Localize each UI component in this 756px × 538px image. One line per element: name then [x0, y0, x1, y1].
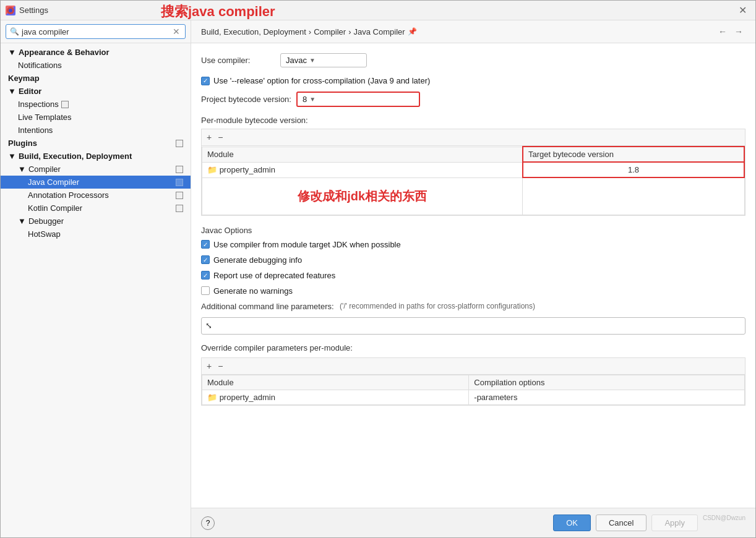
clear-search-button[interactable]: ✕: [171, 27, 181, 36]
close-button[interactable]: ✕: [735, 3, 750, 17]
override-remove-button[interactable]: −: [215, 360, 225, 372]
sidebar-item-build[interactable]: ▼ Build, Execution, Deployment: [1, 150, 191, 163]
sidebar-item-label: Plugins: [8, 139, 37, 148]
module-col-header: Module: [202, 147, 523, 162]
cross-compile-checkbox[interactable]: [201, 77, 210, 85]
sidebar-item-label: Kotlin Compiler: [28, 203, 82, 213]
use-compiler-select[interactable]: Javac ▼: [280, 53, 367, 67]
per-module-table: Module Target bytecode version 📁 propert…: [202, 146, 745, 215]
javac-checkbox-2[interactable]: [201, 271, 210, 280]
sidebar-item-label: Build, Execution, Deployment: [19, 152, 132, 161]
per-module-remove-button[interactable]: −: [215, 131, 225, 143]
override-module-header: Module: [202, 375, 469, 390]
additional-params-row: Additional command line parameters: ('/'…: [201, 302, 745, 311]
panel-header: Build, Execution, Deployment › Compiler …: [191, 20, 755, 43]
javac-checkbox-3[interactable]: [201, 286, 210, 295]
sidebar-item-inspections[interactable]: Inspections: [1, 98, 191, 111]
sidebar-item-keymap[interactable]: Keymap: [1, 72, 191, 85]
target-version-cell: 1.8: [523, 162, 744, 177]
expand-icon: ⤡: [205, 321, 212, 330]
folder-icon: 📁: [207, 165, 220, 174]
sidebar-item-plugins[interactable]: Plugins: [1, 137, 191, 150]
settings-icon: [176, 205, 183, 212]
sidebar-item-label: Live Templates: [18, 113, 71, 122]
javac-option-0: Use compiler from module target JDK when…: [201, 240, 745, 249]
use-compiler-row: Use compiler: Javac ▼: [201, 53, 745, 67]
search-icon: 🔍: [10, 27, 19, 36]
cross-compile-row: Use '--release' option for cross-compila…: [201, 76, 745, 85]
override-options-header: Compilation options: [469, 375, 745, 390]
override-label: Override compiler parameters per-module:: [201, 343, 353, 352]
override-table: Module Compilation options 📁 property_ad…: [202, 375, 745, 405]
sidebar-item-kotlin-compiler[interactable]: Kotlin Compiler: [1, 202, 191, 215]
empty-row: 修改成和jdk相关的东西: [202, 177, 745, 215]
sidebar-item-intentions[interactable]: Intentions: [1, 124, 191, 137]
javac-option-label-1: Generate debugging info: [213, 255, 302, 265]
table-row: 📁 property_admin -parameters: [202, 390, 745, 404]
bytecode-version-select[interactable]: 8 ▼: [296, 92, 420, 107]
sidebar-item-compiler[interactable]: ▼ Compiler: [1, 163, 191, 176]
chevron-icon: ▼: [8, 87, 16, 96]
ok-button[interactable]: OK: [553, 515, 591, 531]
cross-compile-label: Use '--release' option for cross-compila…: [213, 76, 430, 85]
sidebar-item-label: Intentions: [18, 126, 53, 135]
apply-button[interactable]: Apply: [651, 515, 698, 531]
per-module-add-button[interactable]: +: [204, 131, 214, 143]
search-input[interactable]: [22, 27, 171, 36]
override-add-button[interactable]: +: [204, 360, 214, 372]
additional-params-input[interactable]: ⤡: [201, 317, 745, 335]
breadcrumb-sep1: ›: [309, 27, 311, 36]
title-bar: Settings 搜索java compiler ✕: [1, 1, 755, 20]
override-options-cell: -parameters: [469, 390, 745, 404]
dropdown-arrow-icon: ▼: [309, 96, 316, 103]
javac-options-title: Javac Options: [201, 226, 252, 235]
pin-icon[interactable]: 📌: [408, 27, 417, 36]
cancel-button[interactable]: Cancel: [596, 515, 646, 531]
sidebar-item-label: Appearance & Behavior: [19, 48, 110, 57]
settings-icon: [176, 140, 183, 147]
sidebar-item-hotswap[interactable]: HotSwap: [1, 228, 191, 241]
javac-option-3: Generate no warnings: [201, 286, 745, 296]
breadcrumb-sep2: ›: [348, 27, 351, 36]
chevron-icon: ▼: [8, 152, 16, 161]
javac-checkbox-1[interactable]: [201, 255, 210, 264]
sidebar-item-label: Inspections: [18, 100, 59, 109]
help-button[interactable]: ?: [201, 516, 215, 530]
compiler-value: Javac: [286, 56, 307, 65]
footer-right: OK Cancel Apply CSDN@Dwzun: [553, 515, 745, 531]
dialog-footer: ? OK Cancel Apply CSDN@Dwzun: [191, 508, 755, 537]
additional-note: ('/' recommended in paths for cross-plat…: [340, 302, 535, 310]
sidebar-item-java-compiler[interactable]: Java Compiler: [1, 176, 191, 189]
settings-icon: [61, 101, 69, 108]
override-options-value: -parameters: [474, 393, 517, 402]
settings-icon: [176, 179, 183, 186]
module-name: property_admin: [220, 165, 275, 174]
override-module-cell: 📁 property_admin: [202, 390, 469, 404]
sidebar-item-appearance[interactable]: ▼ Appearance & Behavior: [1, 46, 191, 59]
sidebar-item-live-templates[interactable]: Live Templates: [1, 111, 191, 124]
forward-button[interactable]: →: [732, 25, 745, 38]
override-toolbar: + −: [202, 358, 745, 375]
override-row: Override compiler parameters per-module:: [201, 343, 745, 352]
settings-icon: [176, 192, 183, 199]
back-button[interactable]: ←: [716, 25, 729, 38]
sidebar-item-annotation-processors[interactable]: Annotation Processors: [1, 189, 191, 202]
use-compiler-label: Use compiler:: [201, 56, 275, 65]
sidebar-item-notifications[interactable]: Notifications: [1, 59, 191, 72]
annotation-search: 搜索java compiler: [161, 2, 275, 21]
sidebar-item-label: Notifications: [18, 61, 62, 70]
window-title: Settings: [19, 6, 48, 15]
per-module-toolbar: + −: [202, 129, 745, 146]
sidebar-item-editor[interactable]: ▼ Editor: [1, 85, 191, 98]
sidebar-item-label: HotSwap: [28, 229, 61, 239]
chevron-icon: ▼: [18, 164, 26, 174]
empty-module-cell: 修改成和jdk相关的东西: [202, 177, 523, 215]
chevron-icon: ▼: [18, 216, 26, 226]
javac-checkbox-0[interactable]: [201, 240, 210, 249]
sidebar-item-debugger[interactable]: ▼ Debugger: [1, 215, 191, 228]
javac-options-section: Javac Options: [201, 226, 745, 235]
sidebar-item-label: Debugger: [28, 216, 64, 226]
footer-left: ?: [201, 516, 215, 530]
dropdown-arrow-icon: ▼: [309, 57, 316, 64]
sidebar-item-label: Compiler: [28, 164, 61, 174]
